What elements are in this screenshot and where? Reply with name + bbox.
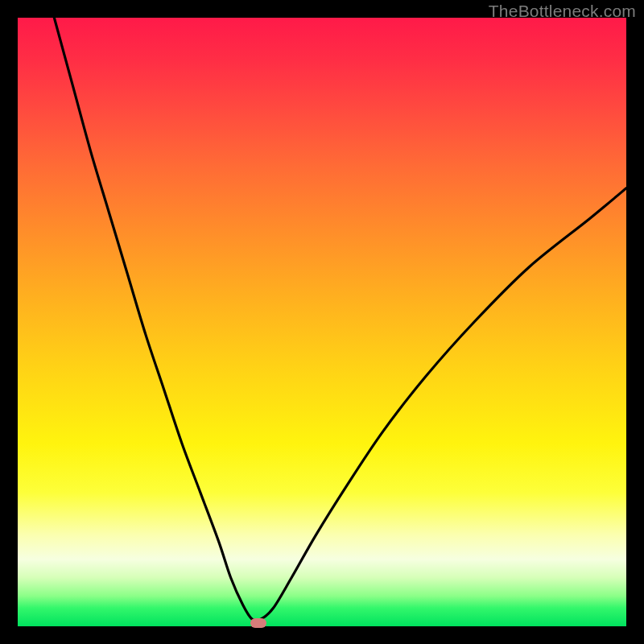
chart-container: TheBottleneck.com [0,0,644,644]
plot-area [18,18,626,626]
bottleneck-curve [18,18,626,626]
optimum-marker [250,618,266,628]
watermark-text: TheBottleneck.com [489,2,636,21]
